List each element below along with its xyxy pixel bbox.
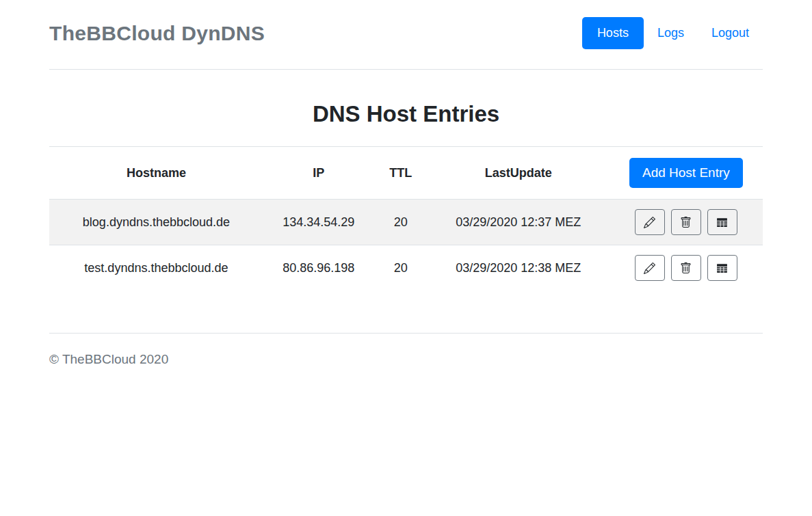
- delete-button[interactable]: [671, 209, 701, 235]
- ttl-cell: 20: [374, 245, 428, 291]
- nav-tab-logout[interactable]: Logout: [698, 17, 763, 49]
- column-header-lastupdate: LastUpdate: [428, 147, 610, 200]
- actions-cell: [610, 200, 763, 245]
- copyright-text: © TheBBCloud 2020: [49, 352, 763, 367]
- page-title: DNS Host Entries: [49, 101, 763, 127]
- ip-cell: 80.86.96.198: [263, 245, 374, 291]
- site-footer: © TheBBCloud 2020: [49, 352, 763, 367]
- page-container: TheBBCloud DynDNS Hosts Logs Logout DNS …: [49, 0, 763, 367]
- column-header-ttl: TTL: [374, 147, 428, 200]
- hostname-cell: blog.dyndns.thebbcloud.de: [49, 200, 263, 245]
- lastupdate-cell: 03/29/2020 12:38 MEZ: [428, 245, 610, 291]
- column-header-actions: Add Host Entry: [610, 147, 763, 200]
- footer-divider: [49, 333, 763, 334]
- header-divider: [49, 69, 763, 70]
- pencil-icon: [644, 262, 655, 274]
- table-row: blog.dyndns.thebbcloud.de 134.34.54.29 2…: [49, 200, 763, 245]
- dns-host-table: Hostname IP TTL LastUpdate Add Host Entr…: [49, 146, 763, 290]
- hostname-cell: test.dyndns.thebbcloud.de: [49, 245, 263, 291]
- actions-cell: [610, 245, 763, 291]
- trash-icon: [680, 262, 692, 274]
- table-icon: [716, 262, 728, 274]
- nav-tab-hosts[interactable]: Hosts: [582, 17, 644, 49]
- add-host-entry-button[interactable]: Add Host Entry: [629, 158, 743, 188]
- ttl-cell: 20: [374, 200, 428, 245]
- table-icon: [716, 217, 728, 228]
- table-header-row: Hostname IP TTL LastUpdate Add Host Entr…: [49, 147, 763, 200]
- details-button[interactable]: [707, 255, 737, 281]
- brand-title: TheBBCloud DynDNS: [49, 22, 265, 45]
- site-header: TheBBCloud DynDNS Hosts Logs Logout: [49, 0, 763, 69]
- trash-icon: [680, 217, 692, 228]
- column-header-hostname: Hostname: [49, 147, 263, 200]
- column-header-ip: IP: [263, 147, 374, 200]
- edit-button[interactable]: [635, 209, 665, 235]
- edit-button[interactable]: [635, 255, 665, 281]
- lastupdate-cell: 03/29/2020 12:37 MEZ: [428, 200, 610, 245]
- nav-tab-logs[interactable]: Logs: [644, 17, 698, 49]
- ip-cell: 134.34.54.29: [263, 200, 374, 245]
- table-row: test.dyndns.thebbcloud.de 80.86.96.198 2…: [49, 245, 763, 291]
- delete-button[interactable]: [671, 255, 701, 281]
- main-content: DNS Host Entries Hostname IP TTL LastUpd…: [49, 101, 763, 334]
- main-nav: Hosts Logs Logout: [582, 17, 763, 49]
- pencil-icon: [644, 217, 655, 228]
- details-button[interactable]: [707, 209, 737, 235]
